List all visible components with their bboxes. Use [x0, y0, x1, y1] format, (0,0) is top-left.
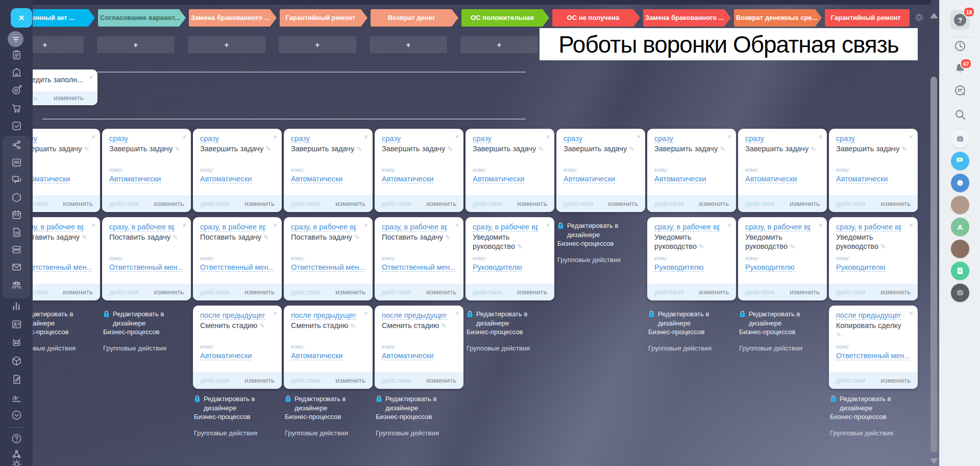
sidebar-close-button[interactable]: ×	[11, 8, 32, 28]
close-icon[interactable]: ×	[89, 74, 93, 81]
stage-settings-gear-icon[interactable]	[914, 12, 925, 23]
edit-pencil-icon[interactable]: ✎	[720, 145, 725, 153]
edit-link[interactable]: изменить	[426, 200, 456, 207]
edit-link[interactable]: изменить	[335, 288, 365, 296]
actions-link[interactable]: действия	[836, 200, 866, 207]
close-icon[interactable]: ×	[182, 222, 186, 228]
help-button[interactable]: ? 18	[950, 10, 970, 30]
close-icon[interactable]: ×	[818, 133, 822, 140]
edit-link[interactable]: изменить	[699, 288, 729, 296]
stage-chip[interactable]: ОС положительная	[461, 9, 549, 27]
rail-dialog-icon[interactable]	[953, 84, 967, 97]
sidebar-item-sign-icon[interactable]	[10, 391, 23, 404]
robot-target-link[interactable]: Ответственный мен...	[200, 263, 274, 272]
add-robot-button[interactable]: +	[279, 36, 356, 53]
edit-pencil-icon[interactable]: ✎	[441, 322, 447, 330]
sidebar-item-calendar-icon[interactable]	[10, 208, 23, 221]
edit-pencil-icon[interactable]: ✎	[175, 145, 180, 153]
actions-link[interactable]: действия	[473, 200, 502, 207]
edit-pencil-icon[interactable]: ✎	[356, 145, 362, 153]
edit-pencil-icon[interactable]: ✎	[517, 243, 523, 250]
robot-when-link[interactable]: сразу	[382, 134, 401, 143]
sidebar-item-sites-hexagon-icon[interactable]	[10, 191, 23, 204]
robot-when-link[interactable]: сразу, в рабочее время	[109, 223, 175, 231]
edit-link[interactable]: изменить	[244, 200, 275, 207]
sidebar-item-drive-icon[interactable]	[10, 243, 23, 256]
close-icon[interactable]: ×	[636, 133, 641, 140]
edit-link[interactable]: изменить	[244, 288, 275, 296]
robot-target-link[interactable]: Автоматически	[291, 175, 342, 183]
sidebar-item-chat-icon[interactable]	[10, 173, 23, 187]
actions-link[interactable]: действия	[654, 200, 684, 207]
edit-link[interactable]: изменить	[517, 288, 547, 296]
doc-bot-avatar[interactable]	[951, 262, 969, 280]
sidebar-item-analytics-icon[interactable]	[10, 299, 23, 312]
stage-chip[interactable]: Замена бракованного ...	[643, 9, 731, 27]
sidebar-item-more-chevron-icon[interactable]	[10, 408, 23, 422]
edit-link[interactable]: изменить	[63, 200, 93, 207]
robot-target-link[interactable]: Автоматически	[836, 175, 888, 183]
sidebar-item-tasks-icon[interactable]	[10, 48, 23, 61]
edit-link[interactable]: изменить	[699, 200, 729, 207]
sidebar-item-apps-cube-icon[interactable]	[10, 354, 23, 367]
sidebar-item-company-icon[interactable]	[10, 65, 23, 79]
robot-target-link[interactable]: Автоматически	[564, 175, 615, 183]
robot-target-link[interactable]: Руководителю	[654, 263, 704, 272]
sidebar-item-employees-icon[interactable]	[10, 278, 23, 291]
edit-link[interactable]: изменить	[517, 200, 547, 207]
edit-link[interactable]: изменить	[154, 288, 184, 296]
edit-link[interactable]: изменить	[880, 288, 911, 296]
robot-target-link[interactable]: Автоматически	[382, 175, 433, 183]
robot-target-link[interactable]: Автоматически	[200, 352, 252, 360]
robot-target-link[interactable]: Автоматически	[109, 175, 161, 183]
actions-link[interactable]: действия	[200, 377, 230, 384]
sidebar-item-contacts-icon[interactable]	[10, 317, 23, 331]
sidebar-item-documents-icon[interactable]	[10, 225, 23, 239]
edit-link[interactable]: изменить	[880, 377, 911, 384]
edit-pencil-icon[interactable]: ✎	[84, 145, 89, 153]
actions-link[interactable]: действия	[291, 377, 321, 384]
robot-when-link[interactable]: сразу	[109, 134, 128, 143]
close-icon[interactable]: ×	[364, 310, 368, 317]
robot-when-link[interactable]: сразу, в рабочее время	[200, 223, 265, 231]
actions-link[interactable]: действия	[200, 200, 230, 207]
add-robot-button[interactable]: +	[97, 36, 175, 53]
edit-pencil-icon[interactable]: ✎	[265, 145, 271, 153]
robot-dark-avatar[interactable]	[951, 284, 969, 302]
actions-link[interactable]: действия	[109, 288, 139, 296]
stage-chip[interactable]: Возврат денег	[371, 9, 458, 27]
close-icon[interactable]: ×	[91, 222, 95, 228]
sidebar-item-checkbox-icon[interactable]	[10, 119, 23, 132]
robot-target-link[interactable]: Руководителю	[745, 263, 795, 272]
user-avatar-man[interactable]	[951, 196, 969, 214]
edit-pencil-icon[interactable]: ✎	[259, 322, 265, 330]
robot-when-link[interactable]: сразу	[291, 134, 310, 143]
close-icon[interactable]: ×	[818, 222, 822, 228]
add-robot-button[interactable]: +	[460, 36, 538, 53]
actions-link[interactable]: действия	[291, 200, 321, 207]
robot-target-link[interactable]: Автоматически	[745, 175, 797, 183]
edit-link[interactable]: изменить	[426, 288, 456, 296]
edit-pencil-icon[interactable]: ✎	[880, 243, 886, 250]
actions-link[interactable]: действия	[109, 200, 139, 207]
close-icon[interactable]: ×	[364, 222, 368, 228]
actions-link[interactable]: действия	[745, 200, 775, 207]
edit-link[interactable]: изменить	[335, 200, 365, 207]
robot-when-link[interactable]: сразу	[473, 134, 492, 143]
edit-pencil-icon[interactable]: ✎	[836, 331, 842, 339]
robot-target-link[interactable]: Автоматически	[382, 352, 433, 360]
close-icon[interactable]: ×	[727, 133, 731, 140]
close-icon[interactable]: ×	[273, 222, 277, 228]
scroll-down-arrow[interactable]	[930, 458, 938, 464]
edit-link[interactable]: изменить	[244, 377, 275, 384]
edit-pencil-icon[interactable]: ✎	[173, 234, 178, 241]
edit-pencil-icon[interactable]: ✎	[629, 145, 634, 153]
robot-target-link[interactable]: Ответственный мен...	[836, 352, 910, 360]
close-icon[interactable]: ×	[727, 222, 731, 228]
scrollbar-thumb[interactable]	[930, 77, 937, 452]
user-avatar-woman[interactable]	[951, 240, 969, 258]
robot-when-link[interactable]: после предыдущего	[291, 311, 356, 320]
add-robot-button[interactable]: +	[188, 36, 265, 53]
robot-when-link[interactable]: после предыдущего	[200, 311, 265, 320]
user-avatar-letter[interactable]: A	[951, 218, 969, 236]
